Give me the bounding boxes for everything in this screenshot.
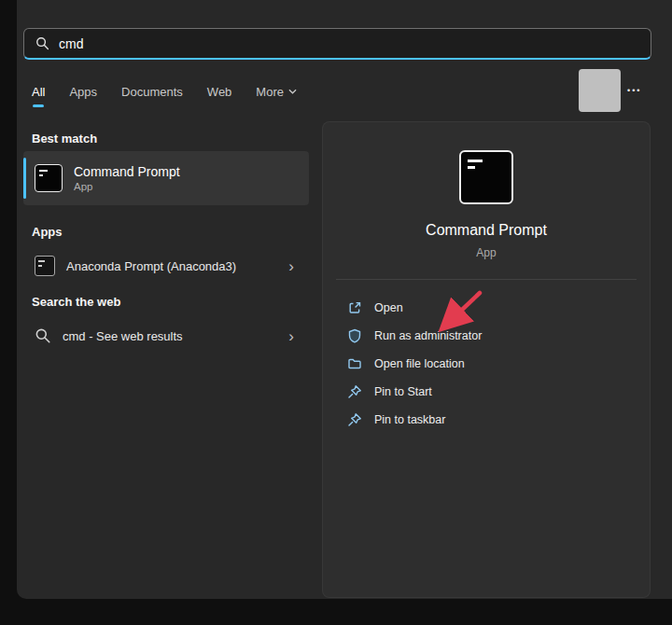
filter-tabs: All Apps Documents Web More bbox=[32, 82, 297, 101]
open-icon bbox=[347, 300, 362, 315]
preview-panel: Command Prompt App Open Run as administr… bbox=[322, 121, 651, 598]
action-open-file-location[interactable]: Open file location bbox=[323, 350, 650, 378]
best-match-heading: Best match bbox=[32, 132, 97, 146]
web-result-item[interactable]: cmd - See web results › bbox=[23, 316, 309, 355]
search-box[interactable] bbox=[23, 28, 651, 60]
action-open-file-location-label: Open file location bbox=[374, 357, 465, 370]
selection-indicator bbox=[23, 158, 26, 199]
search-icon bbox=[35, 36, 49, 50]
action-pin-to-start[interactable]: Pin to Start bbox=[323, 378, 650, 406]
best-match-title: Command Prompt bbox=[74, 164, 180, 179]
web-result-title: cmd - See web results bbox=[63, 329, 273, 343]
apps-heading: Apps bbox=[32, 225, 63, 239]
web-heading: Search the web bbox=[32, 295, 120, 309]
tab-all[interactable]: All bbox=[32, 82, 45, 101]
action-pin-to-taskbar-label: Pin to taskbar bbox=[374, 413, 445, 426]
screen: All Apps Documents Web More ••• Best mat… bbox=[0, 0, 672, 625]
tab-documents[interactable]: Documents bbox=[121, 82, 183, 101]
best-match-item[interactable]: Command Prompt App bbox=[23, 151, 309, 205]
folder-icon bbox=[347, 356, 362, 371]
search-input[interactable] bbox=[59, 36, 639, 51]
window-fragment bbox=[579, 69, 621, 112]
tab-apps-label: Apps bbox=[69, 85, 97, 99]
tab-documents-label: Documents bbox=[121, 85, 183, 99]
tab-all-label: All bbox=[32, 85, 45, 99]
best-match-text: Command Prompt App bbox=[74, 164, 180, 192]
run-as-admin-shield-icon bbox=[347, 328, 362, 343]
apps-result-title: Anaconda Prompt (Anaconda3) bbox=[66, 259, 273, 273]
chevron-right-icon[interactable]: › bbox=[285, 257, 298, 276]
anaconda-prompt-icon bbox=[35, 256, 55, 276]
tab-more[interactable]: More bbox=[256, 82, 297, 101]
chevron-down-icon bbox=[288, 89, 297, 94]
command-prompt-icon-large bbox=[459, 150, 513, 204]
preview-subtitle: App bbox=[323, 246, 650, 259]
best-match-subtitle: App bbox=[74, 181, 180, 192]
pin-icon bbox=[347, 384, 362, 399]
pin-icon bbox=[347, 412, 362, 427]
tab-more-label: More bbox=[256, 85, 284, 99]
action-open[interactable]: Open bbox=[323, 294, 650, 322]
action-list: Open Run as administrator Open file loca… bbox=[323, 294, 650, 434]
action-pin-to-taskbar[interactable]: Pin to taskbar bbox=[323, 406, 650, 434]
tab-web-label: Web bbox=[207, 85, 232, 99]
command-prompt-icon bbox=[35, 164, 63, 192]
action-run-as-administrator[interactable]: Run as administrator bbox=[323, 322, 650, 350]
search-icon bbox=[35, 327, 51, 344]
tab-apps[interactable]: Apps bbox=[69, 82, 97, 101]
preview-title: Command Prompt bbox=[323, 222, 650, 239]
divider bbox=[336, 279, 637, 280]
tab-web[interactable]: Web bbox=[207, 82, 232, 101]
chevron-right-icon[interactable]: › bbox=[285, 326, 298, 346]
action-open-label: Open bbox=[374, 301, 403, 314]
options-ellipsis-button[interactable]: ••• bbox=[623, 82, 645, 99]
search-flyout: All Apps Documents Web More ••• Best mat… bbox=[17, 0, 672, 599]
apps-result-item[interactable]: Anaconda Prompt (Anaconda3) › bbox=[23, 246, 309, 285]
action-pin-to-start-label: Pin to Start bbox=[374, 385, 432, 398]
action-run-as-administrator-label: Run as administrator bbox=[374, 329, 482, 342]
